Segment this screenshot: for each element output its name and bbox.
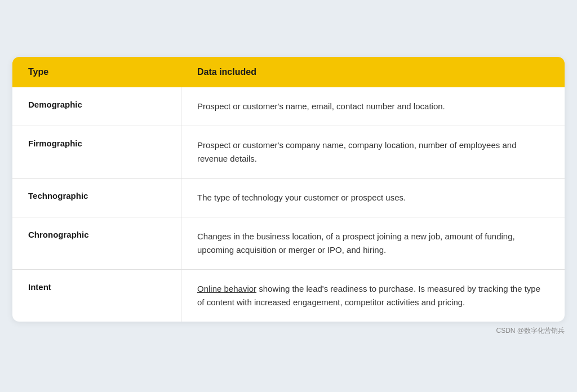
- type-cell-technographic: Technographic: [12, 179, 181, 217]
- table-row: Technographic The type of technology you…: [12, 179, 565, 217]
- page-wrapper: Type Data included Demographic Prospect …: [12, 57, 565, 336]
- data-cell-chronographic: Changes in the business location, of a p…: [181, 217, 565, 269]
- table-row: Demographic Prospect or customer's name,…: [12, 87, 565, 126]
- table-body: Demographic Prospect or customer's name,…: [12, 87, 565, 322]
- data-cell-intent: Online behavior showing the lead's readi…: [181, 270, 565, 322]
- type-cell-firmographic: Firmographic: [12, 126, 181, 178]
- data-cell-technographic: The type of technology your customer or …: [181, 179, 565, 217]
- data-cell-demographic: Prospect or customer's name, email, cont…: [181, 87, 565, 126]
- table-row: Firmographic Prospect or customer's comp…: [12, 126, 565, 179]
- data-cell-firmographic: Prospect or customer's company name, com…: [181, 126, 565, 178]
- table-row: Chronographic Changes in the business lo…: [12, 217, 565, 270]
- online-behavior-link[interactable]: Online behavior: [197, 284, 256, 293]
- table-row: Intent Online behavior showing the lead'…: [12, 270, 565, 322]
- type-cell-demographic: Demographic: [12, 87, 181, 126]
- table-container: Type Data included Demographic Prospect …: [12, 57, 565, 322]
- type-cell-chronographic: Chronographic: [12, 217, 181, 269]
- type-cell-intent: Intent: [12, 270, 181, 322]
- header-type: Type: [12, 57, 181, 87]
- watermark: CSDN @数字化营销兵: [12, 326, 565, 336]
- header-data: Data included: [181, 57, 565, 87]
- table-header: Type Data included: [12, 57, 565, 87]
